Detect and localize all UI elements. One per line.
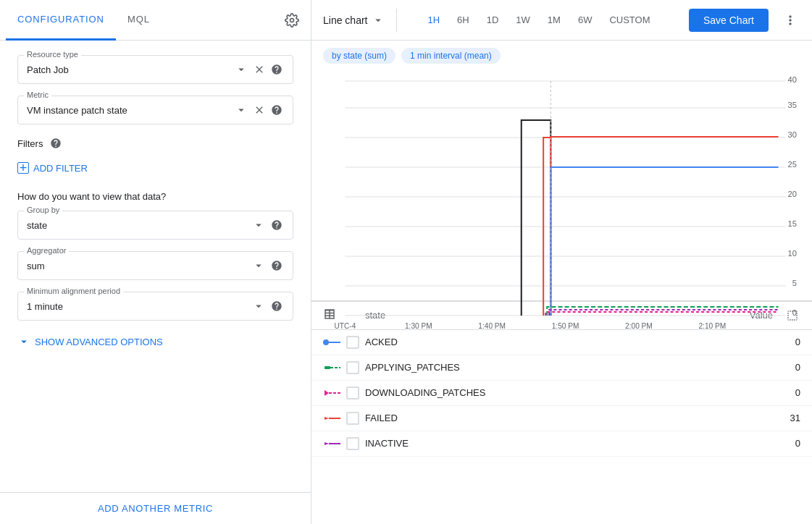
legend-name-failed: FAILED <box>365 413 771 423</box>
metric-clear[interactable] <box>252 103 267 117</box>
save-chart-button[interactable]: Save Chart <box>689 9 769 32</box>
chevron-down-icon <box>252 300 265 313</box>
svg-text:40: 40 <box>788 75 797 84</box>
aggregator-dropdown[interactable] <box>251 258 267 274</box>
left-header: CONFIGURATION MQL <box>0 0 311 41</box>
chevron-down-icon <box>235 103 248 117</box>
add-filter-label: ADD FILTER <box>33 163 88 174</box>
legend-line-icon-acked <box>323 338 340 347</box>
time-btn-1m[interactable]: 1M <box>540 12 568 28</box>
legend-line-icon-inactive <box>323 439 340 448</box>
metric-help[interactable] <box>269 103 284 117</box>
resource-type-help[interactable] <box>269 62 284 77</box>
left-panel: CONFIGURATION MQL Resource type Patch Jo… <box>0 0 311 524</box>
show-advanced-button[interactable]: SHOW ADVANCED OPTIONS <box>17 332 163 351</box>
add-metric-button[interactable]: ADD ANOTHER METRIC <box>0 492 311 524</box>
resource-type-clear[interactable] <box>252 62 267 77</box>
min-alignment-help[interactable] <box>269 299 284 313</box>
aggregator-field: Aggregator sum <box>17 251 293 280</box>
metric-dropdown[interactable] <box>233 102 249 118</box>
help-icon <box>50 138 62 149</box>
more-vert-icon <box>783 13 798 28</box>
svg-rect-28 <box>325 366 330 369</box>
legend-name-applying: APPLYING_PATCHES <box>365 362 771 373</box>
left-content: Resource type Patch Job <box>0 41 311 492</box>
tab-configuration[interactable]: CONFIGURATION <box>6 0 116 41</box>
right-header: Line chart 1H 6H 1D 1W 1M 6W CUSTOM Save… <box>311 0 812 41</box>
group-by-help[interactable] <box>269 218 284 232</box>
svg-text:2:00 PM: 2:00 PM <box>625 322 653 330</box>
svg-text:20: 20 <box>788 190 797 198</box>
legend-row-acked: ACKED 0 <box>311 330 812 355</box>
legend-checkbox-inactive[interactable] <box>346 437 359 450</box>
legend-checkbox-applying[interactable] <box>346 361 359 374</box>
legend-checkbox-acked[interactable] <box>346 336 359 349</box>
right-panel: Line chart 1H 6H 1D 1W 1M 6W CUSTOM Save… <box>311 0 812 524</box>
time-range-buttons: 1H 6H 1D 1W 1M 6W CUSTOM <box>420 12 657 28</box>
add-filter-button[interactable]: + ADD FILTER <box>17 159 88 177</box>
legend-value-downloading: 0 <box>771 387 800 398</box>
gear-icon <box>285 13 299 28</box>
metric-value: VM instance patch state <box>27 105 233 116</box>
time-btn-1h[interactable]: 1H <box>420 12 447 28</box>
filters-help[interactable] <box>49 136 63 151</box>
legend-checkbox-downloading[interactable] <box>346 386 359 400</box>
resource-type-value: Patch Job <box>27 64 233 75</box>
aggregator-value: sum <box>27 261 251 271</box>
legend-name-inactive: INACTIVE <box>365 438 771 449</box>
show-advanced-label: SHOW ADVANCED OPTIONS <box>35 337 163 347</box>
close-icon <box>254 64 265 75</box>
time-btn-1d[interactable]: 1D <box>480 12 506 28</box>
time-btn-6h[interactable]: 6H <box>450 12 477 28</box>
tab-mql[interactable]: MQL <box>116 0 162 41</box>
resource-type-dropdown[interactable] <box>233 62 249 77</box>
svg-text:25: 25 <box>788 160 797 169</box>
svg-text:1:40 PM: 1:40 PM <box>478 322 506 330</box>
chevron-down-icon <box>252 259 265 272</box>
metric-label: Metric <box>24 90 51 99</box>
metric-field: Metric VM instance patch state <box>17 96 293 124</box>
group-by-value: state <box>27 220 251 231</box>
legend-name-acked: ACKED <box>365 337 771 347</box>
legend-row-applying: APPLYING_PATCHES 0 <box>311 355 812 381</box>
aggregator-label: Aggregator <box>24 246 69 255</box>
more-options-button[interactable] <box>780 10 800 30</box>
svg-text:UTC-4: UTC-4 <box>335 322 356 330</box>
group-by-dropdown[interactable] <box>251 217 267 233</box>
group-by-label: Group by <box>24 206 62 214</box>
svg-text:0: 0 <box>792 308 797 317</box>
time-btn-6w[interactable]: 6W <box>571 12 600 28</box>
svg-text:2:10 PM: 2:10 PM <box>698 322 726 330</box>
help-icon <box>271 300 282 312</box>
add-icon: + <box>17 162 29 174</box>
min-alignment-dropdown[interactable] <box>251 298 267 314</box>
svg-marker-32 <box>325 417 329 420</box>
chart-tag-1[interactable]: 1 min interval (mean) <box>401 48 501 64</box>
help-icon <box>271 260 282 271</box>
legend-checkbox-failed[interactable] <box>346 412 359 425</box>
chart-type-button[interactable]: Line chart <box>323 14 385 27</box>
chevron-down-icon <box>252 219 265 232</box>
chart-type-label: Line chart <box>323 14 367 26</box>
settings-button[interactable] <box>279 7 305 33</box>
svg-point-0 <box>290 18 294 22</box>
filters-label: Filters <box>17 138 43 149</box>
view-section-title: How do you want to view that data? <box>17 191 166 202</box>
aggregator-help[interactable] <box>269 258 284 273</box>
line-chart: 0 5 10 15 20 25 30 35 40 UT <box>323 77 800 330</box>
min-alignment-label: Minimum alignment period <box>24 287 123 295</box>
svg-text:35: 35 <box>788 101 797 109</box>
legend-line-icon-applying <box>323 363 340 372</box>
chart-tag-0[interactable]: by state (sum) <box>323 48 395 64</box>
min-alignment-field: Minimum alignment period 1 minute <box>17 292 293 321</box>
legend-name-downloading: DOWNLOADING_PATCHES <box>365 387 771 398</box>
legend-line-icon-downloading <box>323 389 340 397</box>
filters-section: Filters <box>17 136 293 151</box>
legend-value-acked: 0 <box>771 337 800 347</box>
time-btn-custom[interactable]: CUSTOM <box>602 12 657 28</box>
time-btn-1w[interactable]: 1W <box>508 12 537 28</box>
svg-text:30: 30 <box>788 130 797 139</box>
svg-text:1:30 PM: 1:30 PM <box>405 322 432 330</box>
legend-row-failed: FAILED 31 <box>311 406 812 431</box>
help-icon <box>271 64 282 75</box>
